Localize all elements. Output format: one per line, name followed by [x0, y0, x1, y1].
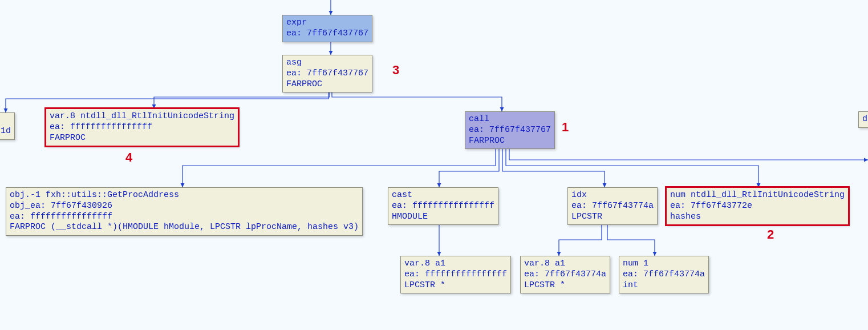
node-line: ea: ffffffffffffffff [392, 201, 494, 212]
node-line: num ntdll_dll_RtlInitUnicodeString [670, 190, 845, 201]
node-line: FARPROC [469, 136, 551, 147]
annotation-3: 3 [392, 63, 399, 78]
node-line: ea: ffffffffffffffff [404, 269, 507, 280]
node-line [0, 115, 11, 126]
node-line: obj.-1 fxh::utils::GetProcAddress [10, 190, 359, 201]
node-line: int [623, 280, 705, 291]
node-line: var.8 ntdll_dll_RtlInitUnicodeString [50, 111, 234, 122]
node-line: hashes [670, 212, 845, 223]
node-cast[interactable]: cast ea: ffffffffffffffff HMODULE [388, 187, 498, 225]
node-call[interactable]: call ea: 7ff67f437767 FARPROC [465, 111, 555, 149]
node-line: FARPROC (__stdcall *)(HMODULE hModule, L… [10, 222, 359, 233]
node-line: expr [286, 18, 368, 29]
node-line: asg [286, 58, 368, 69]
node-edge-right[interactable]: d [858, 111, 868, 128]
node-line: LPCSTR * [524, 280, 606, 291]
node-line: call [469, 114, 551, 125]
node-line: ea: 7ff67f437767 [286, 69, 368, 79]
node-line: ea: 7ff67f43774a [623, 269, 705, 280]
node-line: ea: 7ff67f43772e [670, 201, 845, 212]
node-line: LPCSTR [571, 212, 654, 223]
node-line: num 1 [623, 259, 705, 269]
annotation-2: 2 [767, 227, 774, 242]
node-line: FARPROC [50, 133, 234, 144]
node-num1[interactable]: num 1 ea: 7ff67f43774a int [619, 256, 709, 293]
node-line: obj_ea: 7ff67f430926 [10, 201, 359, 212]
node-var8-rtl[interactable]: var.8 ntdll_dll_RtlInitUnicodeString ea:… [46, 108, 238, 146]
node-edge-left[interactable]: 7f43771d [0, 112, 15, 140]
annotation-4: 4 [125, 150, 132, 165]
node-line: 7f43771d [0, 126, 11, 137]
node-num-rtl[interactable]: num ntdll_dll_RtlInitUnicodeString ea: 7… [666, 187, 849, 225]
node-line: HMODULE [392, 212, 494, 223]
node-idx[interactable]: idx ea: 7ff67f43774a LPCSTR [567, 187, 658, 225]
node-line: ea: 7ff67f43774a [524, 269, 606, 280]
node-obj-getprocaddress[interactable]: obj.-1 fxh::utils::GetProcAddress obj_ea… [6, 187, 363, 236]
node-line: idx [571, 190, 654, 201]
node-line: ea: 7ff67f437767 [286, 29, 368, 39]
node-line: var.8 a1 [524, 259, 606, 269]
node-line: var.8 a1 [404, 259, 507, 269]
node-line: ea: 7ff67f437767 [469, 125, 551, 136]
node-line: LPCSTR * [404, 280, 507, 291]
node-line: cast [392, 190, 494, 201]
node-line: FARPROC [286, 79, 368, 90]
node-asg[interactable]: asg ea: 7ff67f437767 FARPROC [282, 55, 372, 92]
node-var8-a1-a[interactable]: var.8 a1 ea: ffffffffffffffff LPCSTR * [400, 256, 511, 293]
node-line: d [862, 114, 867, 125]
node-line: ea: 7ff67f43774a [571, 201, 654, 212]
node-expr[interactable]: expr ea: 7ff67f437767 [282, 15, 372, 42]
node-line: ea: ffffffffffffffff [50, 122, 234, 133]
node-line: ea: ffffffffffffffff [10, 212, 359, 223]
annotation-1: 1 [562, 120, 569, 135]
node-var8-a1-b[interactable]: var.8 a1 ea: 7ff67f43774a LPCSTR * [520, 256, 610, 293]
